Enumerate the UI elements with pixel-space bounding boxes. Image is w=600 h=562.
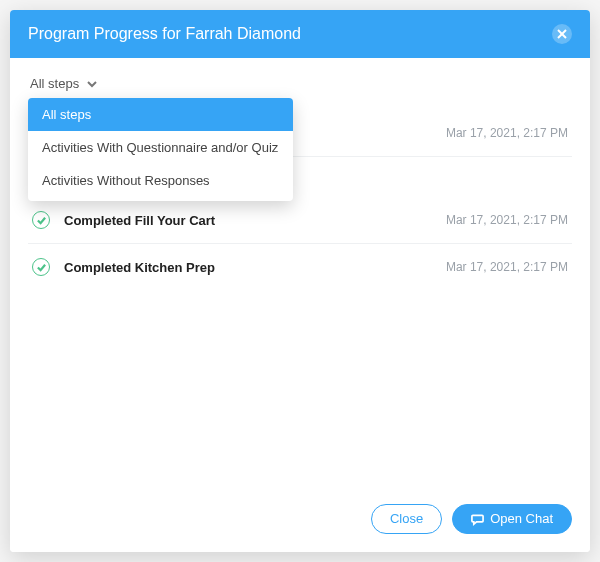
- close-button-label: Close: [390, 511, 423, 527]
- close-button[interactable]: Close: [371, 504, 442, 534]
- filter-dropdown-trigger[interactable]: All steps: [28, 72, 99, 95]
- open-chat-button-label: Open Chat: [490, 511, 553, 527]
- filter-dropdown-menu: All steps Activities With Questionnaire …: [28, 98, 293, 201]
- check-circle-icon: [32, 258, 50, 276]
- filter-option-all-steps[interactable]: All steps: [28, 98, 293, 131]
- chevron-down-icon: [87, 79, 97, 89]
- modal-title: Program Progress for Farrah Diamond: [28, 25, 301, 43]
- chat-icon: [471, 513, 484, 526]
- step-label: Completed Kitchen Prep: [64, 260, 446, 275]
- close-icon-button[interactable]: [552, 24, 572, 44]
- step-label: Completed Fill Your Cart: [64, 213, 446, 228]
- program-progress-modal: Program Progress for Farrah Diamond All …: [10, 10, 590, 552]
- modal-footer: Close Open Chat: [10, 490, 590, 552]
- step-timestamp: Mar 17, 2021, 2:17 PM: [446, 213, 568, 227]
- close-icon: [557, 29, 567, 39]
- modal-header: Program Progress for Farrah Diamond: [10, 10, 590, 58]
- step-row: Completed Fill Your Cart Mar 17, 2021, 2…: [28, 197, 572, 244]
- steps-list: Completed Fill Your Cart Mar 17, 2021, 2…: [28, 197, 572, 290]
- filter-option-without-responses[interactable]: Activities Without Responses: [28, 164, 293, 197]
- open-chat-button[interactable]: Open Chat: [452, 504, 572, 534]
- check-circle-icon: [32, 211, 50, 229]
- step-timestamp: Mar 17, 2021, 2:17 PM: [446, 126, 568, 140]
- filter-trigger-label: All steps: [30, 76, 79, 91]
- step-row: Completed Kitchen Prep Mar 17, 2021, 2:1…: [28, 244, 572, 290]
- modal-body: All steps Completed Fill Your Cart Mar 1…: [10, 58, 590, 490]
- filter-option-with-questionnaire[interactable]: Activities With Questionnaire and/or Qui…: [28, 131, 293, 164]
- step-timestamp: Mar 17, 2021, 2:17 PM: [446, 260, 568, 274]
